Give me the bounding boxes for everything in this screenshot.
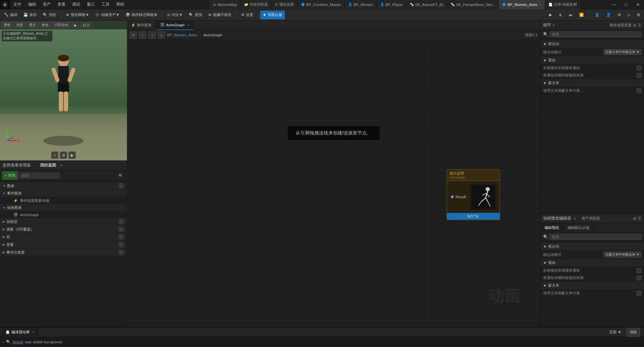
preview-notify-header[interactable]: ▼ 通知 bbox=[540, 259, 644, 267]
detail-section-montage-header[interactable]: ▼ 蒙太奇 bbox=[540, 79, 644, 87]
root-motion-mode-dropdown[interactable]: 仅蒙太奇中的根运动 ▼ bbox=[604, 49, 641, 55]
preview-montage-header[interactable]: ▼ 蒙太奇 bbox=[540, 282, 644, 290]
play-btn-2[interactable]: ▷ bbox=[625, 11, 633, 19]
preview-mesh-button[interactable]: 👁 预览网格▼ bbox=[63, 11, 92, 19]
tree-section-macros-header[interactable]: ▶ 宏 + bbox=[0, 233, 127, 241]
tree-item-event-update[interactable]: ⚡ 事件蓝图更新动画 bbox=[0, 197, 127, 204]
tab-sk-female[interactable]: 🦴 SK_FemaleBase_Ske... bbox=[447, 0, 499, 9]
preview-propagate-notify-checkbox[interactable] bbox=[637, 276, 641, 280]
menu-debug[interactable]: 调试 bbox=[69, 0, 84, 9]
lod-btn[interactable]: LOD自动 bbox=[52, 22, 70, 28]
tree-section-animgraph-header[interactable]: ▼ 动画图表 bbox=[0, 204, 127, 212]
menu-tools[interactable]: 工具 bbox=[98, 0, 113, 9]
gear-btn[interactable]: ⚙ bbox=[615, 11, 624, 19]
clear-button[interactable]: 清除 bbox=[627, 328, 640, 337]
layout-grid-button[interactable]: ⊞ bbox=[634, 11, 643, 19]
nav-forward-btn[interactable]: → bbox=[148, 31, 156, 39]
tree-item-animgraph[interactable]: 🎬 AnimGraph bbox=[0, 212, 127, 218]
display-btn[interactable]: 显示 bbox=[27, 22, 38, 28]
preview-root-motion-mode-dropdown[interactable]: 仅蒙太奇中的根运动 ▼ bbox=[604, 252, 641, 258]
create-asset-button[interactable]: ➕ 创建资产▼ bbox=[93, 11, 122, 19]
preview-receive-notify-checkbox[interactable] bbox=[637, 268, 641, 273]
tab-content-browser[interactable]: 📁 内容浏览器 bbox=[241, 0, 272, 9]
tab-event-graph[interactable]: ⚡ 事件图表 bbox=[127, 21, 156, 30]
tab-bp-women[interactable]: 👤 BP_Women bbox=[345, 0, 377, 9]
menu-asset[interactable]: 资产 bbox=[39, 0, 54, 9]
pause-button[interactable]: ⏸ bbox=[556, 11, 565, 19]
anim-preview-grid-icon[interactable]: ☰ bbox=[638, 216, 641, 221]
tree-section-event-header[interactable]: ▼ 事件图表 bbox=[0, 190, 127, 197]
play-vp-btn[interactable]: ▶ bbox=[72, 23, 79, 28]
tab-project-settings[interactable]: ⚙ 项目设置 bbox=[272, 0, 298, 9]
detail-grid-icon[interactable]: ☰ bbox=[638, 23, 641, 28]
browse-button[interactable]: 🔍 浏览 bbox=[40, 11, 59, 19]
macros-add-btn[interactable]: + bbox=[119, 234, 124, 240]
menu-edit[interactable]: 编辑 bbox=[25, 0, 39, 9]
tab-edit-preview[interactable]: 编辑预览 bbox=[540, 223, 564, 233]
make-static-mesh-button[interactable]: 📦 制作静态网格体 bbox=[123, 11, 160, 19]
page-label-btn[interactable]: 页面 ▼ bbox=[607, 328, 624, 337]
maximize-button[interactable]: □ bbox=[620, 0, 632, 9]
asset-browser-tab[interactable]: 资产浏览器 bbox=[582, 216, 600, 221]
tab-bp-player[interactable]: 👤 BP_Player bbox=[377, 0, 407, 9]
user-btn-1[interactable]: 👤 bbox=[592, 11, 602, 19]
detail-section-root-motion-header[interactable]: ▼ 根运动 bbox=[540, 40, 644, 48]
detail-section-notify-header[interactable]: ▼ 通知 bbox=[540, 56, 644, 64]
step-button[interactable]: ⏭ bbox=[566, 11, 575, 19]
character-btn[interactable]: 角色 bbox=[39, 22, 51, 28]
menu-help[interactable]: 帮助 bbox=[113, 0, 128, 9]
record-button[interactable]: ⏫ bbox=[577, 11, 587, 19]
menu-view[interactable]: 查看 bbox=[54, 0, 69, 9]
functions-add-btn[interactable]: + bbox=[119, 227, 124, 232]
anim-canvas[interactable]: 从引脚拖拽连线来创建/连接新节点。 动画 输出姿势 AnimGraph Resu… bbox=[127, 40, 540, 327]
receive-notify-checkbox[interactable] bbox=[637, 66, 641, 70]
lighting-btn[interactable]: 光照 bbox=[14, 22, 25, 28]
animgraph-tab-close[interactable]: × bbox=[187, 23, 189, 27]
tree-section-functions-header[interactable]: ▶ 函数（5可覆盖） + bbox=[0, 226, 127, 233]
blueprint-search-input[interactable] bbox=[19, 172, 59, 179]
animlayer-add-btn[interactable]: + bbox=[119, 219, 124, 224]
anim-preview-search-input[interactable] bbox=[549, 234, 641, 240]
detail-search-input[interactable] bbox=[549, 31, 641, 37]
play-button[interactable]: ▶ bbox=[546, 11, 554, 19]
tab-bp-combine[interactable]: 🔷 BP_Combine_Master bbox=[298, 0, 345, 9]
tree-section-event-dispatchers-header[interactable]: ▶ 事件分发器 + bbox=[0, 249, 127, 256]
compile-button[interactable]: 🔧 编译 bbox=[1, 11, 20, 19]
tree-section-animlayer-header[interactable]: ▶ 动画层 + bbox=[0, 218, 127, 226]
detail-panel-close[interactable]: × bbox=[552, 23, 555, 28]
tab-womenmap[interactable]: 🗂 WomenMap bbox=[209, 0, 241, 9]
tab-parent-anim[interactable]: 📄 父母·动画实例 bbox=[545, 0, 581, 9]
menu-file[interactable]: 文件 bbox=[10, 0, 25, 9]
record-ctrl-btn[interactable]: ● bbox=[51, 151, 58, 159]
minimize-button[interactable]: — bbox=[608, 0, 620, 9]
blueprint-settings-btn[interactable]: ⚙ bbox=[116, 171, 125, 180]
compiler-results-tab[interactable]: 📋 编译器结果 × bbox=[1, 328, 39, 337]
preview-scene-btn[interactable]: 预览场景设置 bbox=[610, 23, 632, 28]
close-button[interactable]: ✕ bbox=[632, 0, 644, 9]
compare-button[interactable]: ⚖ 对比▼ bbox=[164, 11, 185, 19]
tab-bp-women-anim[interactable]: 🔷 BP_Women_Anim × bbox=[499, 0, 545, 9]
tree-section-graph-header[interactable]: ▼ 图表 + bbox=[0, 182, 127, 190]
tab-bp-women-anim-close[interactable]: × bbox=[539, 3, 541, 6]
hide-unrelated-button[interactable]: 👁 隐藏不相关 bbox=[205, 11, 234, 19]
preview-montage-calc-checkbox[interactable] bbox=[637, 291, 641, 296]
event-dispatchers-add-btn[interactable]: + bbox=[119, 250, 124, 255]
tree-section-variables-header[interactable]: ▶ 变量 + bbox=[0, 241, 127, 249]
tab-edit-defaults[interactable]: 编辑默认认值 bbox=[564, 223, 594, 233]
compiler-result-link[interactable]: Result bbox=[13, 340, 23, 344]
settings-button[interactable]: ⚙ 设置 bbox=[238, 11, 256, 19]
breadcrumb-bp-women-anim[interactable]: BP_Women_Anim bbox=[167, 33, 197, 37]
speed-btn[interactable]: x1.0 bbox=[80, 23, 92, 28]
user-btn-2[interactable]: 👤 bbox=[604, 11, 614, 19]
anim-preview-layout-icon[interactable]: ⊞ bbox=[633, 216, 636, 221]
perspective-btn[interactable]: 透视 bbox=[1, 22, 13, 28]
tab-sk-ariana[interactable]: 🦴 SK_ArianaP3_A1 bbox=[407, 0, 448, 9]
propagate-notify-checkbox[interactable] bbox=[637, 73, 641, 78]
variables-add-btn[interactable]: + bbox=[119, 242, 124, 247]
default-value-button[interactable]: ★ 关联认值 bbox=[260, 11, 285, 19]
preview-root-motion-header[interactable]: ▼ 根运动 bbox=[540, 243, 644, 251]
tab-animgraph[interactable]: 🎬 AnimGraph × bbox=[156, 21, 194, 30]
nav-home-btn[interactable]: ⌂ bbox=[158, 31, 165, 39]
find-button[interactable]: 🔍 查找 bbox=[186, 11, 205, 19]
montage-calc-checkbox[interactable] bbox=[637, 88, 641, 93]
